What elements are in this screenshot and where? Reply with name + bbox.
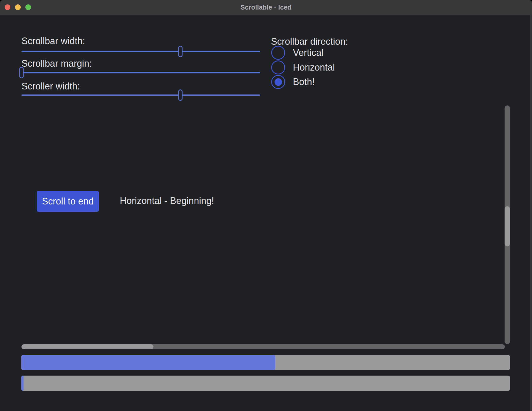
slider-handle[interactable] <box>19 67 24 78</box>
window-title: Scrollable - Iced <box>241 4 292 11</box>
scroll-status-text: Horizontal - Beginning! <box>120 195 214 206</box>
window-right-edge <box>530 15 532 411</box>
title-bar: Scrollable - Iced <box>0 0 532 15</box>
radio-both[interactable]: Both! <box>271 75 315 89</box>
radio-icon[interactable] <box>271 75 285 89</box>
slider-rail[interactable] <box>21 51 260 52</box>
scrollbar-width-slider[interactable] <box>21 46 260 57</box>
scrollbar-direction-label: Scrollbar direction: <box>271 36 348 47</box>
radio-label: Both! <box>293 77 315 87</box>
scrollbar-width-label: Scrollbar width: <box>21 36 85 47</box>
vertical-scrollbar-thumb[interactable] <box>505 206 510 246</box>
progress-fill <box>21 376 24 391</box>
horizontal-scrollbar[interactable] <box>21 344 505 349</box>
radio-icon[interactable] <box>271 46 285 60</box>
zoom-icon[interactable] <box>25 4 31 10</box>
progress-fill <box>21 355 275 370</box>
app-window: Scrollable - Iced Scrollbar width: Scrol… <box>0 0 532 411</box>
traffic-lights <box>5 4 31 10</box>
vertical-scrollbar[interactable] <box>505 105 510 344</box>
scroll-to-end-button[interactable]: Scroll to end <box>37 191 99 212</box>
close-icon[interactable] <box>5 4 10 10</box>
radio-horizontal[interactable]: Horizontal <box>271 60 335 74</box>
slider-rail[interactable] <box>21 95 260 96</box>
radio-dot-icon <box>275 78 282 86</box>
progress-bar-x <box>21 355 510 370</box>
radio-label: Vertical <box>293 47 323 58</box>
slider-handle[interactable] <box>178 46 183 57</box>
radio-vertical[interactable]: Vertical <box>271 46 323 60</box>
slider-rail[interactable] <box>21 72 260 73</box>
radio-label: Horizontal <box>293 62 335 73</box>
scrollbar-margin-slider[interactable] <box>21 67 260 78</box>
progress-bar-y <box>21 376 510 391</box>
slider-handle[interactable] <box>178 89 183 101</box>
scroller-width-slider[interactable] <box>21 89 260 101</box>
minimize-icon[interactable] <box>15 4 21 10</box>
radio-icon[interactable] <box>271 60 285 74</box>
horizontal-scrollbar-thumb[interactable] <box>21 344 153 349</box>
